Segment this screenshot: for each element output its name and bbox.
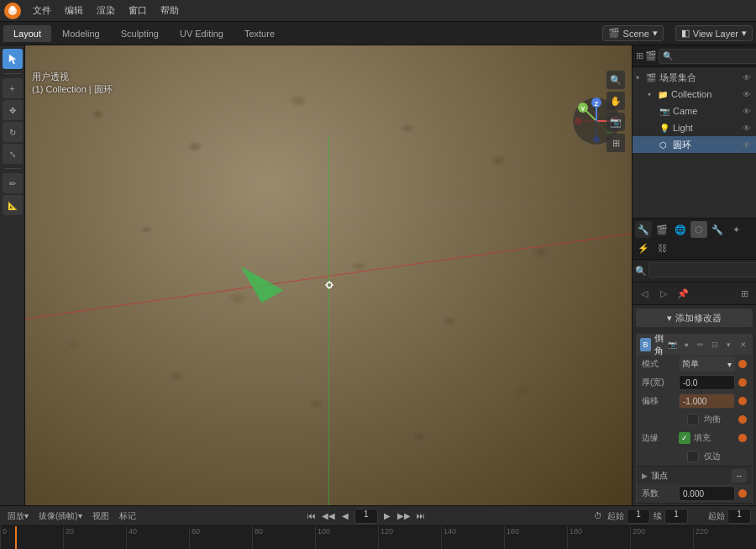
tab-texture[interactable]: Texture (234, 25, 285, 42)
tab-layout[interactable]: Layout (3, 25, 51, 42)
modifier-bevel-card: B 倒角 📷 ● ✏ ⊡ ▾ ✕ 模式 简单 ▾ (636, 334, 753, 505)
tree-item-light[interactable]: 💡 Light 👁 (633, 119, 756, 136)
prop-tab-particles[interactable]: ✦ (727, 221, 744, 238)
tree-eye-scene[interactable]: 👁 (741, 73, 753, 82)
offset-dot (738, 397, 747, 405)
tree-eye-collection[interactable]: 👁 (741, 90, 753, 99)
menu-render[interactable]: 渲染 (91, 3, 121, 18)
width-value[interactable]: -0.0 (679, 375, 735, 390)
mode-value[interactable]: 简单 ▾ (679, 356, 735, 372)
tl-right: ⏱ 起始 1 续 1 起始 1 (594, 509, 751, 524)
tree-label-light: Light (673, 123, 693, 133)
tl-view-btn[interactable]: 视图 (90, 509, 112, 523)
prop-search-icon: 🔍 (635, 262, 647, 279)
prop-tab-modifier[interactable]: 🔧 (709, 221, 726, 238)
balance-checkbox[interactable] (687, 414, 699, 425)
vertex-mode-btn[interactable]: ↔ (732, 469, 747, 483)
tab-uv-editing[interactable]: UV Editing (170, 25, 234, 42)
vertex-arrow[interactable]: ▶ (642, 472, 648, 480)
view-layer-selector[interactable]: ◧ View Layer ▾ (675, 25, 753, 41)
tree-icon-torus: ⬡ (659, 140, 671, 150)
count-row: 系数 0.000 (637, 484, 752, 503)
viewport[interactable]: ⬡ 物体模式 ▾ 视图 选择 添加 物体 ⊡ ● ◐ ◉ ⊞ ⊛ ⊠ 选项▾ (25, 45, 632, 505)
modifier-expand-btn[interactable]: ▾ (723, 338, 734, 351)
count-value[interactable]: 0.000 (679, 486, 735, 501)
measure-tool-btn[interactable]: 📐 (3, 195, 23, 215)
tree-eye-camera[interactable]: 👁 (741, 107, 753, 116)
tl-next-frame-btn[interactable]: ▶▶ (396, 509, 412, 524)
scale-tool-btn[interactable]: ⤡ (3, 144, 23, 164)
tree-item-scene-collection[interactable]: ▾ 🎬 场景集合 👁 (633, 69, 756, 86)
cursor-tool-btn[interactable]: + (3, 78, 23, 98)
prop-pin2-btn[interactable]: 📌 (675, 285, 691, 302)
modifier-camera-btn[interactable]: 📷 (667, 338, 678, 351)
menu-edit[interactable]: 编辑 (59, 3, 89, 18)
tree-item-torus[interactable]: ⬡ 圆环 👁 (633, 136, 756, 153)
tl-playback-btn[interactable]: 固放▾ (5, 509, 31, 523)
select-tool-btn[interactable] (3, 49, 23, 69)
tree-icon-camera: 📷 (659, 107, 671, 116)
scene-selector[interactable]: 🎬 Scene ▾ (602, 25, 664, 41)
tab-modeling[interactable]: Modeling (52, 25, 110, 42)
tree-item-collection[interactable]: ▾ 📁 Collection 👁 (633, 86, 756, 103)
vertex-title: 顶点 (651, 470, 668, 482)
fill-checkbox[interactable]: ✓ (679, 432, 690, 444)
tree-arrow-collection: ▾ (648, 91, 656, 98)
orthographic-btn[interactable]: ⊞ (606, 134, 625, 152)
tl-prev-keyframe-btn[interactable]: ◀◀ (321, 509, 336, 524)
outliner-filter-btn[interactable]: ⊞ (636, 48, 643, 65)
offset-value[interactable]: -1.000 (679, 393, 735, 409)
edge-only-label: 仅边 (704, 451, 721, 462)
tl-jump-start-btn[interactable]: ⏮ (304, 509, 319, 524)
edge-only-checkbox[interactable] (687, 451, 699, 462)
prop-back-btn[interactable]: ◁ (636, 285, 653, 302)
ruler-seg-0: 0 (0, 526, 63, 549)
timeline-ruler[interactable]: 0 20 40 60 80 100 120 140 160 180 200 22… (0, 526, 756, 549)
menu-help[interactable]: 帮助 (155, 3, 185, 18)
prop-tab-constraints[interactable]: ⛓ (654, 240, 670, 256)
tree-item-camera[interactable]: 📷 Came 👁 (633, 103, 756, 119)
normal-section: ▶ 法向 (637, 503, 752, 505)
prop-tab-active-tool[interactable]: 🔧 (635, 221, 652, 238)
mode-dot (738, 360, 747, 368)
modifier-edit-btn[interactable]: ✏ (696, 338, 706, 351)
tl-prev-frame-btn[interactable]: ◀ (338, 509, 353, 524)
prop-tab-scene[interactable]: 🎬 (654, 221, 670, 238)
menu-window[interactable]: 窗口 (123, 3, 153, 18)
tree-eye-torus[interactable]: 👁 (741, 140, 753, 150)
modifier-realtime-btn[interactable]: ⊡ (709, 338, 720, 351)
tl-end-field[interactable]: 1 (664, 509, 688, 524)
tree-eye-light[interactable]: 👁 (741, 124, 753, 133)
width-label: 厚(宽) (642, 377, 675, 388)
ruler-seg-180: 180 (567, 526, 630, 549)
tl-markers-btn[interactable]: 标记 (117, 509, 139, 523)
annotate-tool-btn[interactable]: ✏ (3, 173, 23, 193)
tab-sculpting[interactable]: Sculpting (111, 25, 169, 42)
outliner-search-input[interactable] (659, 49, 756, 64)
prop-tab-physics[interactable]: ⚡ (635, 240, 652, 256)
prop-search-input[interactable] (648, 262, 756, 277)
right-sidebar: ⊞ 🎬 ▾ 🎬 场景集合 👁 ▾ 📁 Collection (632, 45, 756, 505)
move-tool-btn[interactable]: ✥ (3, 100, 23, 120)
tl-current-frame[interactable]: 1 (354, 509, 378, 524)
prop-more-btn[interactable]: ⊞ (736, 285, 753, 302)
tl-right-start-field[interactable]: 1 (727, 509, 751, 524)
rotate-tool-btn[interactable]: ↻ (3, 122, 23, 142)
tl-start-field[interactable]: 1 (627, 509, 650, 524)
menu-file[interactable]: 文件 (27, 3, 57, 18)
prop-tab-object[interactable]: ⬡ (690, 221, 707, 238)
toolbar-separator-2 (4, 168, 21, 169)
prop-forward-btn[interactable]: ▷ (655, 285, 672, 302)
add-modifier-btn[interactable]: ▾ 添加修改器 (636, 309, 753, 327)
pan-btn[interactable]: ✋ (606, 92, 625, 110)
camera-view-btn[interactable]: 📷 (606, 113, 625, 131)
prop-tab-world[interactable]: 🌐 (672, 221, 689, 238)
modifier-render-btn[interactable]: ● (681, 338, 692, 351)
zoom-in-btn[interactable]: 🔍 (606, 71, 625, 89)
tl-keying-btn[interactable]: 拔像(插帧)▾ (36, 509, 85, 523)
ruler-seg-40: 40 (126, 526, 189, 549)
tl-jump-end-btn[interactable]: ⏭ (413, 509, 428, 524)
outliner-tree: ▾ 🎬 场景集合 👁 ▾ 📁 Collection 👁 � (633, 67, 756, 155)
modifier-close-btn[interactable]: ✕ (738, 338, 748, 351)
tl-play-btn[interactable]: ▶ (380, 509, 395, 524)
